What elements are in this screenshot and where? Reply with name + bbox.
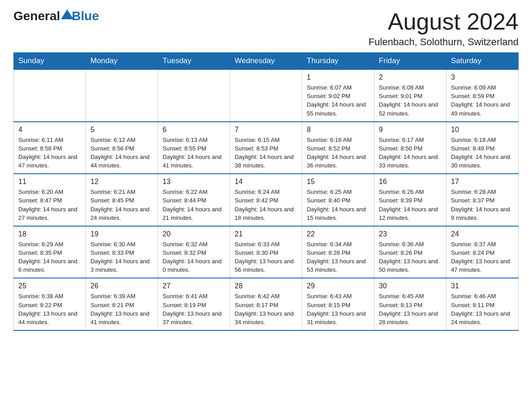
day-info: Sunrise: 6:26 AMSunset: 8:39 PMDaylight:…	[379, 188, 442, 222]
day-info: Sunrise: 6:17 AMSunset: 8:50 PMDaylight:…	[379, 136, 442, 170]
day-number: 1	[307, 73, 369, 81]
calendar-cell: 15Sunrise: 6:25 AMSunset: 8:40 PMDayligh…	[302, 174, 374, 226]
day-info: Sunrise: 6:15 AMSunset: 8:53 PMDaylight:…	[235, 136, 297, 170]
day-number: 2	[379, 73, 442, 81]
calendar-cell	[158, 69, 230, 122]
day-number: 19	[90, 230, 153, 238]
calendar-cell: 7Sunrise: 6:15 AMSunset: 8:53 PMDaylight…	[230, 122, 302, 174]
day-number: 9	[379, 126, 442, 134]
calendar-cell	[230, 69, 302, 122]
day-info: Sunrise: 6:29 AMSunset: 8:35 PMDaylight:…	[18, 240, 81, 274]
calendar-cell: 12Sunrise: 6:21 AMSunset: 8:45 PMDayligh…	[86, 174, 158, 226]
calendar-cell: 6Sunrise: 6:13 AMSunset: 8:55 PMDaylight…	[158, 122, 230, 174]
calendar-day-header: Sunday	[14, 53, 86, 70]
calendar-week-row: 1Sunrise: 6:07 AMSunset: 9:02 PMDaylight…	[14, 69, 519, 122]
calendar-cell: 8Sunrise: 6:16 AMSunset: 8:52 PMDaylight…	[302, 122, 374, 174]
day-number: 27	[163, 282, 225, 290]
day-number: 21	[235, 230, 297, 238]
calendar-day-header: Tuesday	[158, 53, 230, 70]
calendar-header-row: SundayMondayTuesdayWednesdayThursdayFrid…	[14, 53, 519, 70]
calendar-cell: 5Sunrise: 6:12 AMSunset: 8:56 PMDaylight…	[86, 122, 158, 174]
calendar-cell: 29Sunrise: 6:43 AMSunset: 8:15 PMDayligh…	[302, 278, 374, 330]
calendar-cell: 9Sunrise: 6:17 AMSunset: 8:50 PMDaylight…	[374, 122, 446, 174]
calendar-cell	[14, 69, 86, 122]
day-info: Sunrise: 6:28 AMSunset: 8:37 PMDaylight:…	[451, 188, 514, 222]
calendar-cell: 21Sunrise: 6:33 AMSunset: 8:30 PMDayligh…	[230, 226, 302, 278]
day-number: 3	[451, 73, 514, 81]
day-info: Sunrise: 6:30 AMSunset: 8:33 PMDaylight:…	[90, 240, 153, 274]
day-number: 17	[451, 178, 514, 186]
day-number: 7	[235, 126, 297, 134]
day-number: 30	[379, 282, 442, 290]
calendar-day-header: Saturday	[446, 53, 519, 70]
calendar-cell: 4Sunrise: 6:11 AMSunset: 8:58 PMDaylight…	[14, 122, 86, 174]
calendar-cell: 26Sunrise: 6:39 AMSunset: 8:21 PMDayligh…	[86, 278, 158, 330]
calendar-cell: 18Sunrise: 6:29 AMSunset: 8:35 PMDayligh…	[14, 226, 86, 278]
day-info: Sunrise: 6:41 AMSunset: 8:19 PMDaylight:…	[163, 292, 225, 326]
day-info: Sunrise: 6:24 AMSunset: 8:42 PMDaylight:…	[235, 188, 297, 222]
day-info: Sunrise: 6:43 AMSunset: 8:15 PMDaylight:…	[307, 292, 369, 326]
calendar-cell: 3Sunrise: 6:09 AMSunset: 8:59 PMDaylight…	[446, 69, 519, 122]
day-number: 18	[18, 230, 81, 238]
calendar-cell: 23Sunrise: 6:36 AMSunset: 8:26 PMDayligh…	[374, 226, 446, 278]
day-number: 24	[451, 230, 514, 238]
calendar-cell	[86, 69, 158, 122]
day-info: Sunrise: 6:25 AMSunset: 8:40 PMDaylight:…	[307, 188, 369, 222]
day-number: 29	[307, 282, 369, 290]
day-info: Sunrise: 6:46 AMSunset: 8:11 PMDaylight:…	[451, 292, 514, 326]
day-info: Sunrise: 6:37 AMSunset: 8:24 PMDaylight:…	[451, 240, 514, 274]
day-info: Sunrise: 6:42 AMSunset: 8:17 PMDaylight:…	[235, 292, 297, 326]
logo-general-text: General	[13, 9, 60, 23]
day-number: 15	[307, 178, 369, 186]
day-number: 6	[163, 126, 225, 134]
calendar-cell: 17Sunrise: 6:28 AMSunset: 8:37 PMDayligh…	[446, 174, 519, 226]
calendar-day-header: Monday	[86, 53, 158, 70]
calendar-cell: 10Sunrise: 6:18 AMSunset: 8:49 PMDayligh…	[446, 122, 519, 174]
day-info: Sunrise: 6:18 AMSunset: 8:49 PMDaylight:…	[451, 136, 514, 170]
day-info: Sunrise: 6:21 AMSunset: 8:45 PMDaylight:…	[90, 188, 153, 222]
day-number: 5	[90, 126, 153, 134]
day-number: 16	[379, 178, 442, 186]
day-number: 12	[90, 178, 153, 186]
day-number: 11	[18, 178, 81, 186]
location-title: Fulenbach, Solothurn, Switzerland	[369, 36, 519, 48]
day-number: 10	[451, 126, 514, 134]
day-number: 22	[307, 230, 369, 238]
calendar-cell: 13Sunrise: 6:22 AMSunset: 8:44 PMDayligh…	[158, 174, 230, 226]
calendar-cell: 28Sunrise: 6:42 AMSunset: 8:17 PMDayligh…	[230, 278, 302, 330]
calendar-cell: 16Sunrise: 6:26 AMSunset: 8:39 PMDayligh…	[374, 174, 446, 226]
page-header: General Blue August 2024 Fulenbach, Solo…	[13, 9, 519, 48]
calendar-day-header: Thursday	[302, 53, 374, 70]
calendar-week-row: 25Sunrise: 6:38 AMSunset: 8:22 PMDayligh…	[14, 278, 519, 330]
day-number: 28	[235, 282, 297, 290]
calendar-cell: 22Sunrise: 6:34 AMSunset: 8:28 PMDayligh…	[302, 226, 374, 278]
day-info: Sunrise: 6:08 AMSunset: 9:01 PMDaylight:…	[379, 83, 442, 118]
calendar-week-row: 4Sunrise: 6:11 AMSunset: 8:58 PMDaylight…	[14, 122, 519, 174]
calendar-cell: 2Sunrise: 6:08 AMSunset: 9:01 PMDaylight…	[374, 69, 446, 122]
day-number: 25	[18, 282, 81, 290]
day-info: Sunrise: 6:20 AMSunset: 8:47 PMDaylight:…	[18, 188, 81, 222]
logo-triangle-icon	[61, 9, 73, 19]
calendar-cell: 30Sunrise: 6:45 AMSunset: 8:13 PMDayligh…	[374, 278, 446, 330]
calendar-cell: 25Sunrise: 6:38 AMSunset: 8:22 PMDayligh…	[14, 278, 86, 330]
day-info: Sunrise: 6:32 AMSunset: 8:32 PMDaylight:…	[163, 240, 225, 274]
calendar-cell: 11Sunrise: 6:20 AMSunset: 8:47 PMDayligh…	[14, 174, 86, 226]
calendar-cell: 24Sunrise: 6:37 AMSunset: 8:24 PMDayligh…	[446, 226, 519, 278]
calendar-table: SundayMondayTuesdayWednesdayThursdayFrid…	[13, 52, 519, 331]
logo-blue-text: Blue	[72, 9, 99, 23]
calendar-cell: 19Sunrise: 6:30 AMSunset: 8:33 PMDayligh…	[86, 226, 158, 278]
day-info: Sunrise: 6:16 AMSunset: 8:52 PMDaylight:…	[307, 136, 369, 170]
day-number: 8	[307, 126, 369, 134]
calendar-day-header: Wednesday	[230, 53, 302, 70]
header-right: August 2024 Fulenbach, Solothurn, Switze…	[369, 9, 519, 48]
calendar-cell: 31Sunrise: 6:46 AMSunset: 8:11 PMDayligh…	[446, 278, 519, 330]
day-info: Sunrise: 6:13 AMSunset: 8:55 PMDaylight:…	[163, 136, 225, 170]
day-info: Sunrise: 6:36 AMSunset: 8:26 PMDaylight:…	[379, 240, 442, 274]
day-info: Sunrise: 6:12 AMSunset: 8:56 PMDaylight:…	[90, 136, 153, 170]
day-number: 13	[163, 178, 225, 186]
calendar-cell: 1Sunrise: 6:07 AMSunset: 9:02 PMDaylight…	[302, 69, 374, 122]
day-number: 20	[163, 230, 225, 238]
day-info: Sunrise: 6:38 AMSunset: 8:22 PMDaylight:…	[18, 292, 81, 326]
month-title: August 2024	[369, 9, 519, 34]
day-info: Sunrise: 6:11 AMSunset: 8:58 PMDaylight:…	[18, 136, 81, 170]
